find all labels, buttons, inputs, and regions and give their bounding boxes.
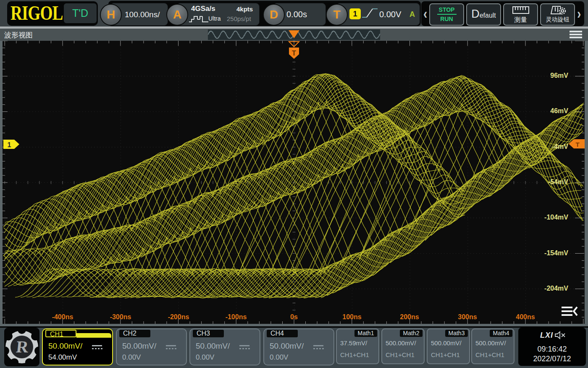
svg-text:R: R <box>15 337 30 356</box>
svg-text:T: T <box>575 141 579 148</box>
svg-text:1: 1 <box>8 141 11 148</box>
svg-text:T: T <box>292 50 296 57</box>
